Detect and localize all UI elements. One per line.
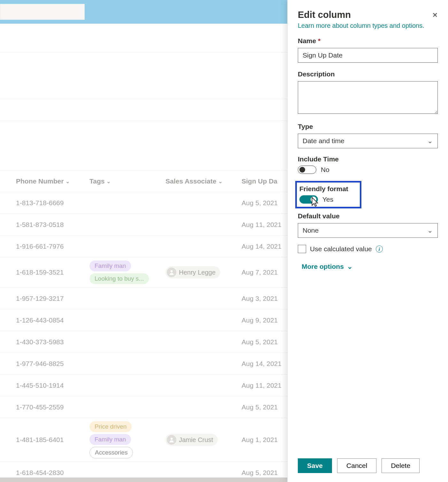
column-header-label: Sign Up Da bbox=[242, 177, 277, 185]
info-icon[interactable]: i bbox=[376, 245, 383, 253]
chevron-down-icon: ⌄ bbox=[66, 178, 70, 184]
column-header-phone[interactable]: Phone Number ⌄ bbox=[16, 177, 89, 185]
delete-button[interactable]: Delete bbox=[382, 458, 420, 473]
chevron-down-icon: ⌄ bbox=[427, 137, 433, 145]
cell-tags bbox=[89, 317, 166, 323]
cell-tags: Family manLooking to buy s... bbox=[89, 257, 166, 287]
panel-title: Edit column bbox=[298, 10, 351, 20]
tag-pill[interactable]: Looking to buy s... bbox=[89, 273, 149, 284]
svg-point-0 bbox=[171, 270, 173, 272]
cell-tags bbox=[89, 222, 166, 228]
avatar bbox=[167, 268, 176, 277]
default-value-label: Default value bbox=[298, 212, 438, 220]
column-header-label: Phone Number bbox=[16, 177, 64, 185]
panel-footer: Save Cancel Delete bbox=[288, 453, 448, 482]
friendly-format-highlight: Friendly format Yes bbox=[295, 181, 361, 208]
more-options-toggle[interactable]: More options ⌄ bbox=[302, 263, 353, 270]
column-header-label: Sales Associate bbox=[166, 177, 216, 185]
friendly-format-toggle[interactable] bbox=[299, 195, 318, 204]
cell-phone: 1-481-185-6401 bbox=[16, 436, 89, 444]
include-time-label: Include Time bbox=[298, 155, 438, 163]
cell-phone: 1-618-454-2830 bbox=[16, 469, 89, 477]
column-header-sales[interactable]: Sales Associate ⌄ bbox=[166, 177, 242, 185]
cell-tags bbox=[89, 382, 166, 389]
cell-phone: 1-813-718-6669 bbox=[16, 199, 89, 207]
cell-tags bbox=[89, 295, 166, 302]
avatar bbox=[167, 435, 176, 445]
cell-phone: 1-957-129-3217 bbox=[16, 295, 89, 302]
default-value-select[interactable]: None ⌄ bbox=[298, 223, 438, 238]
description-field[interactable] bbox=[298, 81, 438, 114]
scrollbar-track[interactable] bbox=[0, 478, 287, 482]
cell-phone: 1-977-946-8825 bbox=[16, 360, 89, 368]
chevron-down-icon: ⌄ bbox=[427, 227, 433, 234]
svg-point-1 bbox=[171, 438, 173, 440]
cell-sales: Jamie Crust bbox=[166, 434, 242, 446]
cell-tags bbox=[89, 243, 166, 250]
cancel-button[interactable]: Cancel bbox=[337, 458, 376, 473]
column-header-tags[interactable]: Tags ⌄ bbox=[89, 177, 166, 185]
more-options-label: More options bbox=[302, 263, 344, 270]
tag-pill[interactable]: Family man bbox=[89, 434, 131, 445]
chevron-down-icon: ⌄ bbox=[218, 178, 222, 184]
cell-phone: 1-916-661-7976 bbox=[16, 243, 89, 250]
chevron-down-icon: ⌄ bbox=[106, 178, 111, 184]
required-asterisk: * bbox=[318, 37, 321, 44]
cell-phone: 1-618-159-3521 bbox=[16, 268, 89, 276]
calculated-value-label: Use calculated value bbox=[310, 245, 372, 253]
friendly-format-value: Yes bbox=[322, 196, 333, 203]
person-name: Henry Legge bbox=[179, 269, 216, 276]
tag-pill[interactable]: Accessories bbox=[89, 447, 133, 458]
person-pill[interactable]: Jamie Crust bbox=[166, 434, 218, 446]
cell-sales: Henry Legge bbox=[166, 266, 242, 278]
cell-phone: 1-430-373-5983 bbox=[16, 338, 89, 346]
column-header-label: Tags bbox=[89, 177, 104, 185]
default-value: None bbox=[303, 227, 319, 234]
learn-more-link[interactable]: Learn more about column types and option… bbox=[298, 22, 424, 29]
person-pill[interactable]: Henry Legge bbox=[166, 266, 220, 278]
cell-phone: 1-126-443-0854 bbox=[16, 316, 89, 324]
cell-tags bbox=[89, 404, 166, 410]
edit-column-panel: Edit column ✕ Learn more about column ty… bbox=[287, 0, 448, 482]
friendly-format-label: Friendly format bbox=[299, 185, 348, 193]
cell-tags: Price drivenFamily manAccessories bbox=[89, 418, 166, 462]
tag-pill[interactable]: Family man bbox=[89, 260, 131, 271]
cell-phone: 1-581-873-0518 bbox=[16, 221, 89, 229]
type-select[interactable]: Date and time ⌄ bbox=[298, 134, 438, 148]
description-label: Description bbox=[298, 70, 438, 78]
name-field[interactable] bbox=[298, 48, 438, 63]
include-time-toggle[interactable] bbox=[298, 166, 316, 174]
cell-tags bbox=[89, 470, 166, 476]
include-time-value: No bbox=[321, 166, 329, 174]
cell-tags bbox=[89, 339, 166, 345]
cell-tags bbox=[89, 361, 166, 367]
save-button[interactable]: Save bbox=[298, 458, 332, 473]
name-label: Name bbox=[298, 37, 316, 44]
type-label: Type bbox=[298, 123, 438, 130]
type-value: Date and time bbox=[303, 137, 344, 145]
calculated-value-checkbox[interactable] bbox=[298, 245, 306, 253]
cell-phone: 1-770-455-2559 bbox=[16, 403, 89, 411]
search-input[interactable] bbox=[0, 4, 85, 20]
person-name: Jamie Crust bbox=[179, 436, 213, 444]
cell-tags bbox=[89, 200, 166, 206]
chevron-down-icon: ⌄ bbox=[347, 263, 353, 270]
tag-pill[interactable]: Price driven bbox=[89, 421, 132, 432]
cell-phone: 1-445-510-1914 bbox=[16, 382, 89, 389]
close-icon[interactable]: ✕ bbox=[432, 11, 438, 19]
